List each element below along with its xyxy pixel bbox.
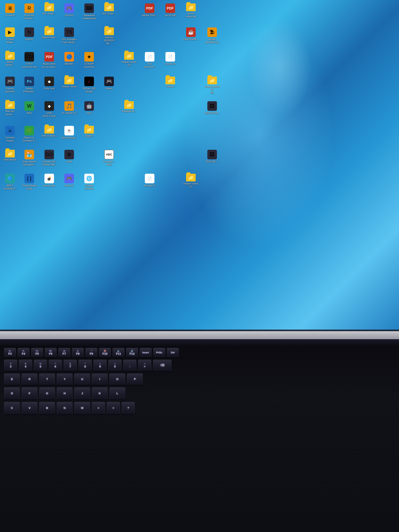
desktop-icon-soczh[interactable]: PDFsoczh.pdf [162, 3, 179, 18]
key-i[interactable]: I [92, 374, 108, 385]
key-v[interactable]: V [22, 402, 38, 414]
key-period[interactable]: > [107, 402, 120, 414]
desktop-icon-qbat[interactable]: ⚙q.bat [61, 149, 78, 164]
desktop-icon-controllerabc[interactable]: ABCControlle... ABC [101, 149, 118, 167]
key-f9[interactable]: *F9 [85, 348, 97, 357]
desktop-icon-plants[interactable]: 🌿Plants vs. Zombies G.. [21, 125, 38, 143]
desktop-icon-date2023[interactable]: 🖼2023-05-... [203, 149, 221, 164]
desktop-icon-tiktok[interactable]: ♪TikTok LIVE Studio [81, 76, 98, 94]
desktop-icon-server-mc[interactable]: 📁server minecraft [182, 3, 200, 19]
key-b[interactable]: B [39, 402, 55, 414]
key-o[interactable]: O [109, 374, 125, 385]
key-r[interactable]: R [22, 374, 38, 385]
desktop-icon-genshin[interactable]: ⚔Genshin Impact [1, 125, 19, 143]
key-f11[interactable]: 🔉F11 [113, 348, 125, 357]
desktop-icon-chrome[interactable]: 🌐Google Chrome [81, 173, 98, 191]
key-f6[interactable]: ✱+F6 [45, 348, 57, 357]
key-9[interactable]: (9 [93, 360, 107, 371]
key-delete[interactable]: Del [167, 348, 179, 357]
desktop-icon-archiv[interactable]: 🗜Архив WinRAR.rar [203, 27, 221, 45]
desktop-icon-bomb[interactable]: 💣bomb.png [41, 173, 58, 188]
desktop-icon-gta5[interactable]: GTAGTA V Launcher.exe [21, 51, 38, 69]
key-y[interactable]: Y [57, 374, 73, 385]
key-insert[interactable]: Insert [140, 348, 152, 357]
desktop-icon-rockstar[interactable]: RRockstar Games.. [21, 3, 38, 21]
key-u[interactable]: U [74, 374, 90, 385]
desktop-icon-openivs[interactable]: 📁OpenIVSatu... [41, 27, 58, 43]
key-5[interactable]: %5 [34, 360, 47, 371]
key-e[interactable]: E [4, 374, 20, 385]
desktop-icon-dorogat[interactable]: 📄doroga.txt [141, 173, 158, 188]
key-slash[interactable]: ? [121, 402, 135, 414]
desktop-icon-vscode[interactable]: { }Visual Studio Code [21, 173, 38, 191]
key-8[interactable]: *8 [78, 360, 92, 371]
key-0[interactable]: )0 [108, 360, 121, 371]
key-h[interactable]: H [57, 387, 73, 400]
desktop-icon-steam[interactable]: 🎮Steam [101, 76, 118, 91]
key-4[interactable]: $4 [19, 360, 32, 371]
desktop-icon-unity2021[interactable]: ◆Unity 2021.3.25f1 [41, 101, 58, 119]
desktop-icon-adobe-phot[interactable]: PDFAdobe Phot... [141, 3, 158, 18]
desktop-icon-adobe-ps[interactable]: PsAdobe Photosho.. [21, 76, 38, 94]
key-f8[interactable]: &F8 [72, 348, 84, 357]
desktop-icon-novaya-p[interactable]: 📁Новая папка [61, 76, 78, 89]
key-f7[interactable]: ⏮F7 [58, 348, 70, 357]
key-f[interactable]: F [22, 387, 38, 400]
desktop-icon-net6[interactable]: 📁net6.0-wind... [41, 125, 58, 138]
desktop-icon-plugins[interactable]: 📁plugins [81, 125, 98, 138]
key-equals[interactable]: += [138, 360, 151, 371]
desktop-icon-discord2[interactable]: 🎮Discord [61, 173, 78, 188]
key-n[interactable]: N [57, 402, 73, 414]
desktop-icon-doc-torgo[interactable]: 📁doc_torgo... [41, 3, 58, 16]
desktop-icon-flstudio[interactable]: 🎵FL Studio 21 [61, 101, 78, 115]
key-l[interactable]: L [109, 387, 125, 400]
key-backspace[interactable]: ⌫ [153, 360, 171, 371]
desktop-icon-new-world[interactable]: 📁New World [1, 149, 19, 162]
desktop-icon-unity-hub[interactable]: ◆Unity Hub [41, 76, 58, 91]
key-g[interactable]: G [39, 387, 55, 400]
desktop-icon-realtimem[interactable]: ☕RealTimeM... [182, 27, 200, 42]
key-minus[interactable]: _- [123, 360, 136, 371]
key-c[interactable]: C [4, 402, 20, 414]
key-f10[interactable]: 🔇F10 [99, 348, 111, 357]
desktop-icon-textdoc[interactable]: 📄Text Docume... [141, 51, 158, 69]
desktop-icon-velocity[interactable]: 📁velocity SERVER ML... [101, 27, 118, 46]
desktop-icon-createtxt[interactable]: 📄create.txt [162, 51, 179, 66]
key-f12[interactable]: 🔊F12 [126, 348, 138, 357]
desktop-icon-serene[interactable]: ☕SereneSeas... [61, 125, 78, 143]
desktop-icon-blender[interactable]: 🔵Blender [61, 51, 78, 66]
desktop-icon-doc-torgo2[interactable]: 📁doc_torgo... [101, 3, 118, 16]
key-f3[interactable]: 4+F3 [4, 348, 16, 357]
desktop-icon-openi[interactable]: NOpenIV [21, 27, 38, 42]
desktop-icon-ekrannaya[interactable]: ⌨Экранная клавиатура [81, 3, 98, 21]
desktop-icon-atsaucotles[interactable]: PDFAtsaucotles uz lusu atcin.. [41, 51, 58, 69]
key-7[interactable]: &7 [63, 360, 77, 371]
desktop-icon-megabig[interactable]: 📁megabig te... [120, 101, 138, 114]
desktop-icon-novaya7[interactable]: 📁Новая папка (7) [182, 173, 200, 189]
key-t[interactable]: T [39, 374, 55, 385]
desktop-icon-wub[interactable]: WWub [21, 101, 38, 115]
key-f4[interactable]: ☀-F4 [18, 348, 30, 357]
key-3[interactable]: #3 [4, 360, 17, 371]
desktop-icon-hue[interactable]: 🤖Hue [81, 101, 98, 115]
key-6[interactable]: ^6 [49, 360, 62, 371]
desktop-icon-vtuber[interactable]: ▶VTuber Maker [1, 27, 19, 45]
desktop-icon-igv[interactable]: TSIGV Voyages Train Simul... [61, 27, 78, 45]
key-k[interactable]: K [92, 387, 108, 400]
desktop-icon-games-launcher[interactable]: 🎮Games launcher [1, 76, 19, 94]
desktop-icon-novaya3[interactable]: 📁Новая папка (3) [120, 51, 138, 67]
desktop-icon-screenshot-date[interactable]: 🖼2023-05-29... [203, 101, 221, 115]
desktop-icon-counter-str[interactable]: GOCounter-Str. Global Offe.. [41, 149, 58, 167]
desktop-icon-novaya-fl2[interactable]: 📁Новая папка Fl (2) [203, 76, 221, 95]
desktop-icon-gate-owner[interactable]: 🏪Gate Owner Simulator... [21, 149, 38, 167]
key-f5[interactable]: ☀+F5 [31, 348, 43, 357]
key-d[interactable]: D [4, 387, 20, 400]
key-prtsc[interactable]: PrtSc [153, 348, 165, 357]
key-j[interactable]: J [74, 387, 90, 400]
key-p[interactable]: P [127, 374, 143, 385]
desktop-icon-master[interactable]: 📁Мастер засок... [1, 101, 19, 117]
desktop-icon-server-f[interactable]: 📁Server [162, 76, 179, 89]
desktop-icon-dpret[interactable]: 🔷ДРЕТ Desktop P.. [1, 173, 19, 191]
desktop-icon-discord[interactable]: 🎮Discord [61, 3, 78, 18]
desktop-icon-gtasrp[interactable]: ★GTAsRP Launcher [81, 51, 98, 69]
